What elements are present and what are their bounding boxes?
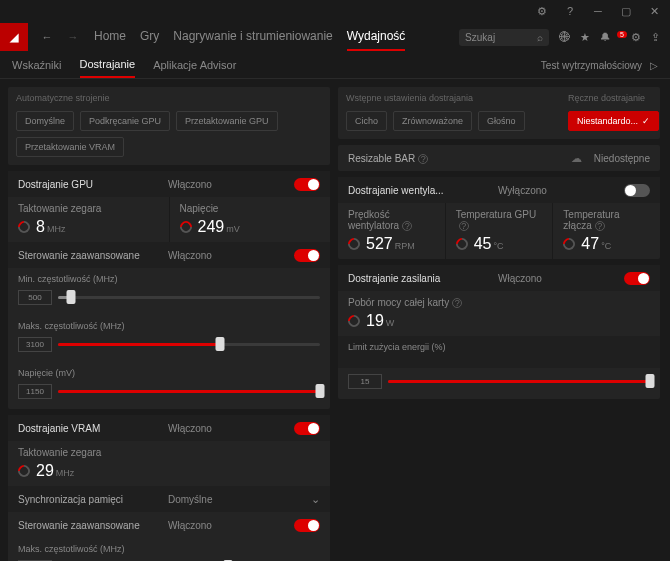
play-icon[interactable]: ▷ — [650, 60, 658, 77]
star-icon[interactable]: ★ — [580, 31, 590, 44]
header-bar: ◢ ← → Home Gry Nagrywanie i strumieniowa… — [0, 22, 670, 52]
maximize-icon[interactable]: ▢ — [614, 1, 638, 21]
preset-loud[interactable]: Głośno — [478, 111, 525, 131]
help-icon[interactable]: ? — [418, 154, 428, 164]
clock-value: 8 — [36, 218, 45, 236]
settings-small-icon[interactable]: ⚙ — [530, 1, 554, 21]
gear-icon[interactable]: ⚙ — [631, 31, 641, 44]
preset-overclock-vram[interactable]: Przetaktowanie VRAM — [16, 137, 124, 157]
gpu-tuning-label: Dostrajanie GPU — [18, 179, 168, 190]
brain-icon: ☁ — [571, 152, 582, 165]
vram-adv-toggle[interactable] — [294, 519, 320, 532]
voltage-label: Napięcie — [180, 203, 321, 214]
fan-tuning-toggle[interactable] — [624, 184, 650, 197]
advanced-control-toggle[interactable] — [294, 249, 320, 262]
check-icon: ✓ — [642, 116, 650, 126]
board-power-value: 19 — [366, 312, 384, 330]
min-freq-slider[interactable]: 500 — [18, 290, 320, 305]
forward-icon[interactable]: → — [60, 31, 86, 43]
voltage-value: 249 — [198, 218, 225, 236]
amd-logo-icon: ◢ — [0, 23, 28, 51]
search-icon: ⌕ — [537, 32, 543, 43]
search-placeholder: Szukaj — [465, 32, 495, 43]
title-bar: ⚙ ? ─ ▢ ✕ — [0, 0, 670, 22]
preset-oc-gpu[interactable]: Podkręcanie GPU — [80, 111, 170, 131]
main-nav: Home Gry Nagrywanie i strumieniowanie Wy… — [94, 23, 459, 51]
gauge-icon — [561, 236, 578, 253]
advanced-control-label: Sterowanie zaawansowane — [18, 250, 168, 261]
preset-default[interactable]: Domyślne — [16, 111, 74, 131]
preset-tuning-header: Wstępne ustawienia dostrajania — [338, 87, 560, 107]
globe-icon[interactable]: 🌐︎ — [559, 31, 570, 43]
preset-quiet[interactable]: Cicho — [346, 111, 387, 131]
voltage-slider-label: Napięcie (mV) — [18, 368, 320, 378]
vram-tuning-label: Dostrajanie VRAM — [18, 423, 168, 434]
vram-adv-label: Sterowanie zaawansowane — [18, 520, 168, 531]
fan-speed-value: 527 — [366, 235, 393, 253]
mem-sync-label: Synchronizacja pamięci — [18, 494, 168, 505]
vram-clock-value: 29 — [36, 462, 54, 480]
help-icon[interactable]: ? — [558, 1, 582, 21]
auto-tuning-header: Automatyczne strojenie — [8, 87, 330, 107]
resizable-bar-value: Niedostępne — [594, 153, 650, 164]
sub-nav: Wskaźniki Dostrajanie Aplikacje Advisor … — [0, 52, 670, 79]
back-icon[interactable]: ← — [34, 31, 60, 43]
power-tuning-toggle[interactable] — [624, 272, 650, 285]
max-freq-label: Maks. częstotliwość (MHz) — [18, 321, 320, 331]
help-icon[interactable]: ? — [459, 221, 469, 231]
fan-speed-label: Prędkość wentylatora? — [348, 209, 435, 231]
preset-overclock-gpu[interactable]: Przetaktowanie GPU — [176, 111, 278, 131]
close-icon[interactable]: ✕ — [642, 1, 666, 21]
subnav-advisor[interactable]: Aplikacje Advisor — [153, 59, 236, 77]
stress-test-link[interactable]: Test wytrzymałościowy — [541, 60, 642, 77]
clock-label: Taktowanie zegara — [18, 203, 159, 214]
preset-custom[interactable]: Niestandardo...✓ — [568, 111, 659, 131]
mem-sync-value: Domyślne — [168, 494, 311, 505]
gauge-icon — [346, 313, 363, 330]
gauge-icon — [346, 236, 363, 253]
gpu-tuning-toggle[interactable] — [294, 178, 320, 191]
subnav-indicators[interactable]: Wskaźniki — [12, 59, 62, 77]
preset-balanced[interactable]: Zrównoważone — [393, 111, 472, 131]
junction-temp-value: 47 — [581, 235, 599, 253]
nav-games[interactable]: Gry — [140, 23, 159, 51]
vram-maxf-label: Maks. częstotliwość (MHz) — [18, 544, 320, 554]
junction-temp-label: Temperatura złącza? — [563, 209, 650, 231]
help-icon[interactable]: ? — [595, 221, 605, 231]
resizable-bar-label: Resizable BAR? — [348, 153, 498, 164]
vram-clock-label: Taktowanie zegara — [18, 447, 320, 458]
gpu-tuning-status: Włączono — [168, 179, 294, 190]
gauge-icon — [177, 219, 194, 236]
power-limit-slider[interactable]: 15 — [348, 374, 650, 389]
subnav-tuning[interactable]: Dostrajanie — [80, 58, 136, 78]
gauge-icon — [16, 219, 33, 236]
gpu-temp-label: Temperatura GPU? — [456, 209, 543, 231]
power-tuning-label: Dostrajanie zasilania — [348, 273, 498, 284]
help-icon[interactable]: ? — [452, 298, 462, 308]
vram-tuning-toggle[interactable] — [294, 422, 320, 435]
fan-tuning-label: Dostrajanie wentyla... — [348, 185, 498, 196]
voltage-slider[interactable]: 1150 — [18, 384, 320, 399]
nav-home[interactable]: Home — [94, 23, 126, 51]
bell-icon[interactable]: 🔔︎5 — [600, 31, 621, 43]
share-icon[interactable]: ⇪ — [651, 31, 660, 44]
board-power-label: Pobór mocy całej karty? — [348, 297, 650, 308]
minimize-icon[interactable]: ─ — [586, 1, 610, 21]
help-icon[interactable]: ? — [402, 221, 412, 231]
gauge-icon — [16, 463, 33, 480]
max-freq-slider[interactable]: 3100 — [18, 337, 320, 352]
power-limit-label: Limit zużycia energii (%) — [348, 342, 650, 352]
nav-performance[interactable]: Wydajność — [347, 23, 406, 51]
search-input[interactable]: Szukaj ⌕ — [459, 29, 549, 46]
manual-tuning-header: Ręczne dostrajanie — [560, 87, 660, 107]
gpu-temp-value: 45 — [474, 235, 492, 253]
chevron-down-icon[interactable]: ⌄ — [311, 493, 320, 506]
nav-stream[interactable]: Nagrywanie i strumieniowanie — [173, 23, 332, 51]
min-freq-label: Min. częstotliwość (MHz) — [18, 274, 320, 284]
gauge-icon — [453, 236, 470, 253]
